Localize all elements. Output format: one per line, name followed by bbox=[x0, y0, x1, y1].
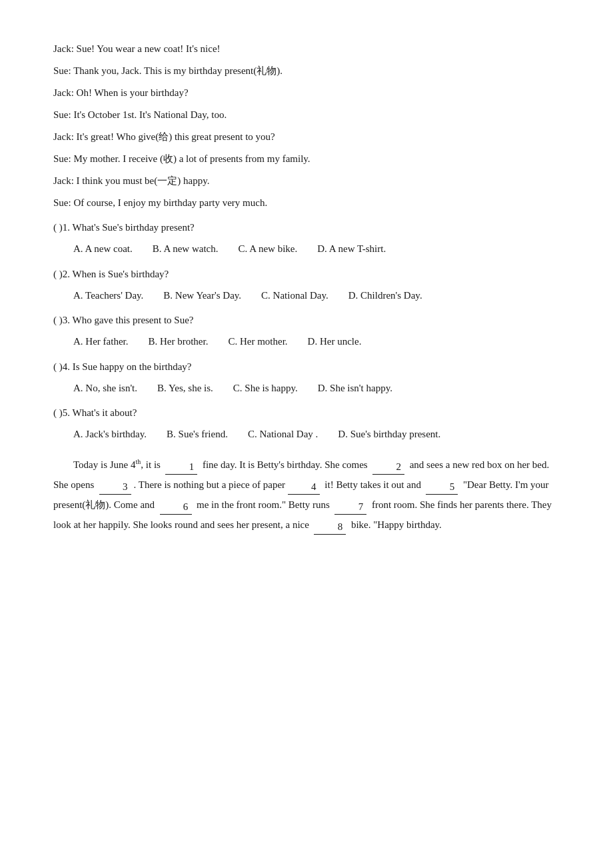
option-3-1: A. Her father. bbox=[73, 336, 128, 347]
options-group-4: A. No, she isn't.B. Yes, she is.C. She i… bbox=[73, 379, 560, 398]
dialogue-line-1: Jack: Sue! You wear a new coat! It's nic… bbox=[53, 40, 560, 58]
option-4-4: D. She isn't happy. bbox=[318, 383, 392, 393]
dialogue-line-8: Sue: Of course, I enjoy my birthday part… bbox=[53, 194, 560, 212]
fill-paragraph: Today is June 4th, it is 1 fine day. It … bbox=[53, 455, 560, 535]
option-3-4: D. Her uncle. bbox=[308, 336, 362, 347]
question-number-3: 3. bbox=[63, 315, 73, 325]
option-2-1: A. Teachers' Day. bbox=[73, 290, 143, 301]
question-text-2: When is Sue's birthday? bbox=[72, 269, 169, 279]
option-2-3: C. National Day. bbox=[261, 290, 328, 301]
options-group-3: A. Her father.B. Her brother.C. Her moth… bbox=[73, 332, 560, 351]
option-5-4: D. Sue's birthday present. bbox=[338, 429, 440, 439]
blank-7: 7 bbox=[334, 500, 366, 515]
question-paren-3: ( ) bbox=[53, 315, 63, 325]
option-5-2: B. Sue's friend. bbox=[167, 429, 228, 439]
question-text-4: Is Sue happy on the birthday? bbox=[73, 361, 192, 372]
blank-3: 3 bbox=[99, 480, 131, 495]
dialogue-line-6: Sue: My mother. I receive (收) a lot of p… bbox=[53, 150, 560, 168]
blank-8: 8 bbox=[314, 520, 346, 535]
blank-4: 4 bbox=[288, 480, 320, 495]
options-group-5: A. Jack's birthday.B. Sue's friend.C. Na… bbox=[73, 425, 560, 444]
question-line-4: ( )4. Is Sue happy on the birthday? bbox=[53, 358, 560, 376]
dialogue-line-4: Sue: It's October 1st. It's National Day… bbox=[53, 106, 560, 124]
question-line-2: ( )2. When is Sue's birthday? bbox=[53, 265, 560, 283]
blank-1: 1 bbox=[165, 460, 197, 475]
option-4-2: B. Yes, she is. bbox=[157, 383, 213, 393]
question-text-1: What's Sue's birthday present? bbox=[72, 222, 194, 233]
option-3-2: B. Her brother. bbox=[148, 336, 208, 347]
option-1-2: B. A new watch. bbox=[153, 243, 219, 254]
option-4-1: A. No, she isn't. bbox=[73, 383, 137, 393]
blank-5: 5 bbox=[426, 480, 458, 495]
question-paren-2: ( ) bbox=[53, 269, 63, 279]
option-1-3: C. A new bike. bbox=[238, 243, 297, 254]
dialogue-line-5: Jack: It's great! Who give(给) this great… bbox=[53, 128, 560, 146]
option-5-3: C. National Day . bbox=[248, 429, 318, 439]
option-3-3: C. Her mother. bbox=[228, 336, 287, 347]
option-2-2: B. New Year's Day. bbox=[163, 290, 241, 301]
dialogue-line-7: Jack: I think you must be(一定) happy. bbox=[53, 172, 560, 190]
options-group-1: A. A new coat.B. A new watch.C. A new bi… bbox=[73, 239, 560, 259]
option-5-1: A. Jack's birthday. bbox=[73, 429, 147, 439]
option-4-3: C. She is happy. bbox=[233, 383, 298, 393]
dialogue-line-2: Sue: Thank you, Jack. This is my birthda… bbox=[53, 62, 560, 80]
question-line-5: ( )5. What's it about? bbox=[53, 404, 560, 422]
question-paren-4: ( ) bbox=[53, 361, 63, 372]
dialogue-line-3: Jack: Oh! When is your birthday? bbox=[53, 84, 560, 102]
question-line-1: ( )1. What's Sue's birthday present? bbox=[53, 219, 560, 237]
question-line-3: ( )3. Who gave this present to Sue? bbox=[53, 311, 560, 329]
option-1-4: D. A new T-shirt. bbox=[317, 243, 386, 254]
blank-6: 6 bbox=[160, 500, 192, 515]
options-group-2: A. Teachers' Day.B. New Year's Day.C. Na… bbox=[73, 286, 560, 305]
question-text-5: What's it about? bbox=[72, 407, 137, 418]
option-1-1: A. A new coat. bbox=[73, 243, 133, 254]
question-number-5: 5. bbox=[63, 407, 73, 418]
question-number-4: 4. bbox=[63, 361, 73, 372]
question-paren-1: ( ) bbox=[53, 222, 63, 233]
question-paren-5: ( ) bbox=[53, 407, 63, 418]
question-number-1: 1. bbox=[63, 222, 73, 233]
option-2-4: D. Children's Day. bbox=[348, 290, 422, 301]
question-number-2: 2. bbox=[63, 269, 73, 279]
blank-2: 2 bbox=[372, 460, 404, 475]
question-text-3: Who gave this present to Sue? bbox=[72, 315, 193, 325]
